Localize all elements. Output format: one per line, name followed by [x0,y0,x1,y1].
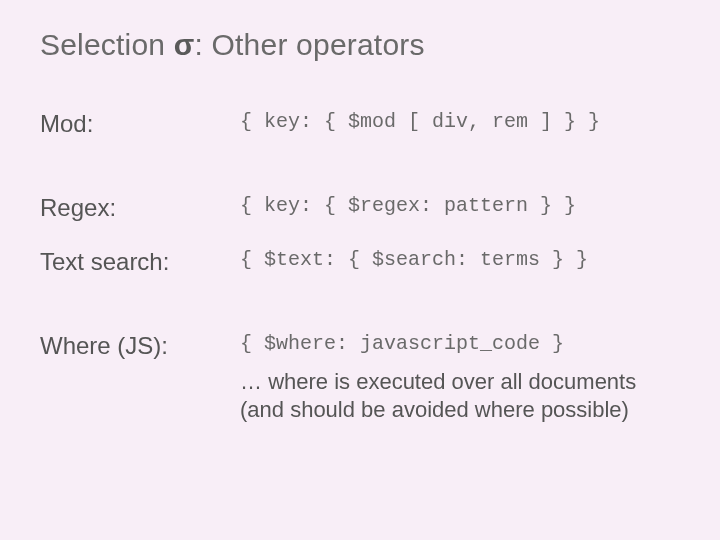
slide: Selection σ: Other operators Mod: { key:… [0,0,720,540]
title-post: : Other operators [194,28,424,61]
row-regex: Regex: { key: { $regex: pattern } } [40,194,686,222]
note-keyword: where [268,369,328,394]
row-text: Text search: { $text: { $search: terms }… [40,248,686,276]
code-text: { $text: { $search: terms } } [240,248,588,271]
code-regex: { key: { $regex: pattern } } [240,194,576,217]
note-prefix: … [240,369,268,394]
label-text: Text search: [40,248,240,276]
code-mod: { key: { $mod [ div, rem ] } } [240,110,600,133]
where-note: … where is executed over all documents (… [240,368,686,423]
label-where: Where (JS): [40,332,240,360]
row-mod: Mod: { key: { $mod [ div, rem ] } } [40,110,686,138]
label-mod: Mod: [40,110,240,138]
sigma-symbol: σ [174,28,195,61]
title-pre: Selection [40,28,174,61]
code-where: { $where: javascript_code } [240,332,564,355]
slide-title: Selection σ: Other operators [40,28,686,62]
row-where: Where (JS): { $where: javascript_code } [40,332,686,360]
label-regex: Regex: [40,194,240,222]
